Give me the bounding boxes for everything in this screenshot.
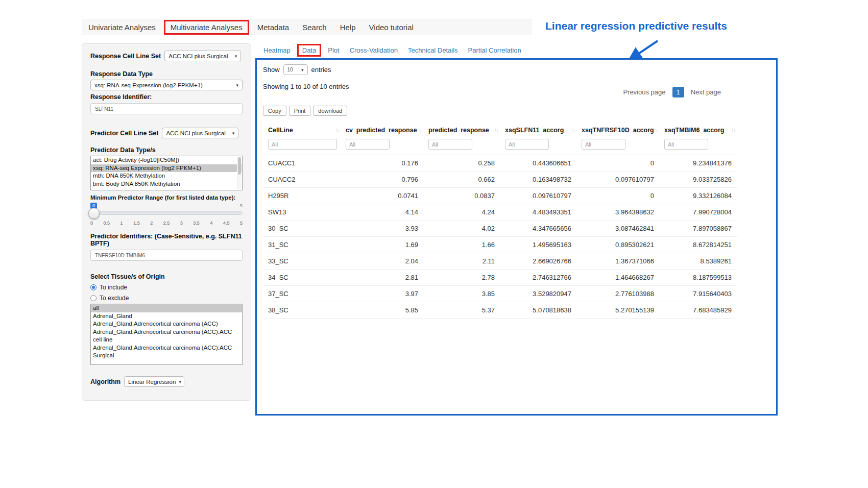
table-row: 34_SC2.812.782.7463127661.4646682678.187… <box>263 270 737 286</box>
column-header-xsqtmbim6-accorg[interactable]: xsqTMBIM6_accorg↑↓ <box>659 123 737 138</box>
pagination: Previous page 1 Next page <box>619 86 725 98</box>
column-header-predicted-response[interactable]: predicted_response↑↓ <box>423 123 500 138</box>
list-option-act-drug-activity-log10-ic50m[interactable]: act: Drug Activity (-log10[IC50M]) <box>91 156 242 164</box>
column-header-xsqslfn11-accorg[interactable]: xsqSLFN11_accorg↑↓ <box>500 123 576 138</box>
tab-partial-correlation[interactable]: Partial Correlation <box>463 44 526 57</box>
download-button[interactable]: download <box>313 106 347 116</box>
table-header-row: CellLine↑↓cv_predicted_response↑↓predict… <box>263 123 737 138</box>
min-predictor-range-label: Minimum Predictor Range (for first liste… <box>90 194 243 201</box>
filter-cell <box>263 138 341 155</box>
copy-button[interactable]: Copy <box>263 106 286 116</box>
list-option-bmt-body-dna-850k-methylation[interactable]: bmt: Body DNA 850K Methylation <box>91 180 242 188</box>
tab-plot[interactable]: Plot <box>323 44 344 57</box>
predictor-data-type-list[interactable]: act: Drug Activity (-log10[IC50M])xsq: R… <box>90 156 243 190</box>
min-predictor-range-slider[interactable]: 0 5 <box>90 204 243 220</box>
predictor-cell-line-set-select[interactable]: ACC NCI plus Surgical ▾ <box>162 128 238 138</box>
value-cell: 3.93 <box>341 221 423 237</box>
response-data-type-label: Response Data Type <box>90 70 243 78</box>
list-option-adrenal-gland-adrenocortical-carcinoma-acc-acc-surgical[interactable]: Adrenal_Gland:Adrenocortical carcinoma (… <box>91 344 242 360</box>
tissue-list[interactable]: allAdrenal_GlandAdrenal_Gland:Adrenocort… <box>90 304 243 365</box>
tab-heatmap[interactable]: Heatmap <box>258 44 296 57</box>
show-label: Show <box>263 66 280 74</box>
slider-handle[interactable] <box>88 208 100 219</box>
response-identifier-input[interactable] <box>90 103 243 114</box>
predictor-identifiers-input[interactable] <box>90 250 243 261</box>
column-header-cv-predicted-response[interactable]: cv_predicted_response↑↓ <box>341 123 423 138</box>
response-cell-line-set-select[interactable]: ACC NCI plus Surgical ▾ <box>164 51 241 61</box>
current-page-button[interactable]: 1 <box>672 87 684 97</box>
results-table: CellLine↑↓cv_predicted_response↑↓predict… <box>263 123 737 319</box>
value-cell: 7.683485929 <box>659 302 737 319</box>
nav-item-search[interactable]: Search <box>296 20 333 35</box>
value-cell: 1.495695163 <box>500 237 576 253</box>
value-cell: 1.66 <box>423 237 500 253</box>
value-cell: 5.37 <box>423 302 500 319</box>
filter-input-xsqslfn11-accorg[interactable] <box>505 139 549 150</box>
results-panel: Show 10 ▾ entries Showing 1 to 10 of 10 … <box>255 58 778 416</box>
value-cell: 3.529820947 <box>500 286 576 302</box>
sort-icon[interactable]: ↑↓ <box>654 127 658 133</box>
column-label: xsqTMBIM6_accorg <box>664 127 724 134</box>
filter-input-cv-predicted-response[interactable] <box>346 139 390 150</box>
tab-cross-validation[interactable]: Cross-Validation <box>345 44 403 57</box>
radio-unselected-icon <box>90 295 97 301</box>
value-cell: 4.24 <box>423 204 500 221</box>
sort-icon[interactable]: ↑↓ <box>418 127 422 133</box>
column-header-xsqtnfrsf10d-accorg[interactable]: xsqTNFRSF10D_accorg↑↓ <box>576 123 659 138</box>
slider-tick: 2 <box>150 221 153 226</box>
table-row: 30_SC3.934.024.3476656563.0874628417.897… <box>263 221 737 237</box>
value-cell: 2.746312766 <box>500 270 576 286</box>
filter-cell <box>341 138 423 155</box>
tab-technical-details[interactable]: Technical Details <box>403 44 463 57</box>
scrollbar[interactable] <box>237 157 242 189</box>
show-entries-row: Show 10 ▾ entries <box>263 64 770 75</box>
nav-item-univariate-analyses[interactable]: Univariate Analyses <box>82 20 162 35</box>
slider-tick: 3 <box>180 221 183 226</box>
slider-track[interactable] <box>90 211 243 215</box>
value-cell: 5.270155139 <box>576 302 659 319</box>
list-option-mth-dna-850k-methylation[interactable]: mth: DNA 850K Methylation <box>91 172 242 180</box>
algorithm-value: Linear Regression <box>128 379 176 385</box>
previous-page-button[interactable]: Previous page <box>619 86 669 98</box>
value-cell: 9.332126084 <box>659 188 737 204</box>
algorithm-select[interactable]: Linear Regression ▾ <box>124 376 184 387</box>
tab-data[interactable]: Data <box>297 44 321 57</box>
sort-icon[interactable]: ↑↓ <box>571 127 575 133</box>
cellline-cell: 38_SC <box>263 302 341 319</box>
sort-icon[interactable]: ↑↓ <box>731 127 735 133</box>
entries-select[interactable]: 10 ▾ <box>283 64 308 75</box>
slider-max-label: 5 <box>240 203 243 208</box>
table-body: CUACC10.1760.2580.44360665109.234841376C… <box>263 155 737 319</box>
print-button[interactable]: Print <box>289 106 311 116</box>
filter-input-xsqtmbim6-accorg[interactable] <box>664 139 708 150</box>
nav-item-video-tutorial[interactable]: Video tutorial <box>363 20 420 35</box>
nav-item-multivariate-analyses[interactable]: Multivariate Analyses <box>164 20 249 35</box>
nav-item-help[interactable]: Help <box>333 20 363 35</box>
list-option-adrenal-gland-adrenocortical-carcinoma-acc[interactable]: Adrenal_Gland:Adrenocortical carcinoma (… <box>91 320 242 328</box>
value-cell: 9.033725826 <box>659 172 737 188</box>
filter-input-cellline[interactable] <box>268 139 337 150</box>
value-cell: 8.672814251 <box>659 237 737 253</box>
column-label: CellLine <box>268 127 293 134</box>
predictor-data-type-label: Predictor Data Type/s <box>90 147 243 154</box>
chevron-down-icon: ▾ <box>236 83 238 88</box>
nav-item-metadata[interactable]: Metadata <box>251 20 296 35</box>
list-option-all[interactable]: all <box>91 304 242 312</box>
sort-icon[interactable]: ↑↓ <box>335 127 339 133</box>
list-option-xsq-rna-seq-expression-log2-fpkm-1[interactable]: xsq: RNA-seq Expression (log2 FPKM+1) <box>91 164 242 173</box>
value-cell: 0.0741 <box>341 188 423 204</box>
list-option-adrenal-gland-adrenocortical-carcinoma-acc-acc-cell-line[interactable]: Adrenal_Gland:Adrenocortical carcinoma (… <box>91 328 242 344</box>
cellline-cell: CUACC1 <box>263 155 341 172</box>
value-cell: 1.367371066 <box>576 253 659 270</box>
filter-input-xsqtnfrsf10d-accorg[interactable] <box>582 139 625 150</box>
column-header-cellline[interactable]: CellLine↑↓ <box>263 123 341 138</box>
value-cell: 8.187599513 <box>659 270 737 286</box>
list-option-adrenal-gland[interactable]: Adrenal_Gland <box>91 312 242 321</box>
scrollbar-thumb[interactable] <box>238 157 241 175</box>
next-page-button[interactable]: Next page <box>687 86 725 98</box>
filter-input-predicted-response[interactable] <box>428 139 472 150</box>
tissue-exclude-radio[interactable]: To exclude <box>90 295 243 302</box>
tissue-include-radio[interactable]: To include <box>90 284 243 291</box>
response-data-type-select[interactable]: xsq: RNA-seq Expression (log2 FPKM+1) ▾ <box>90 80 243 90</box>
sort-icon[interactable]: ↑↓ <box>494 127 498 133</box>
